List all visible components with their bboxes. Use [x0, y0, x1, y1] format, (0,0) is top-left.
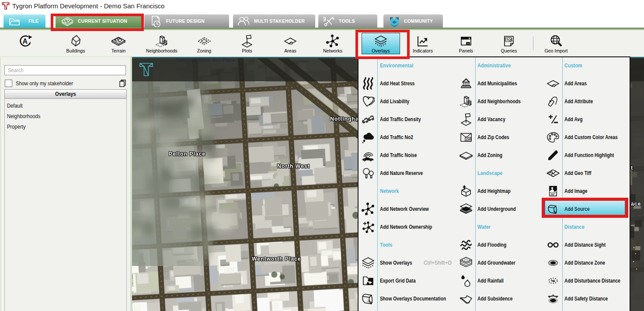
svg-text:ZIP: ZIP [466, 137, 471, 141]
svg-text:TQL: TQL [506, 38, 513, 42]
svg-text:A: A [23, 38, 28, 45]
svg-text:Tennison Swim Sun Place: Tennison Swim Sun Place [176, 57, 235, 63]
